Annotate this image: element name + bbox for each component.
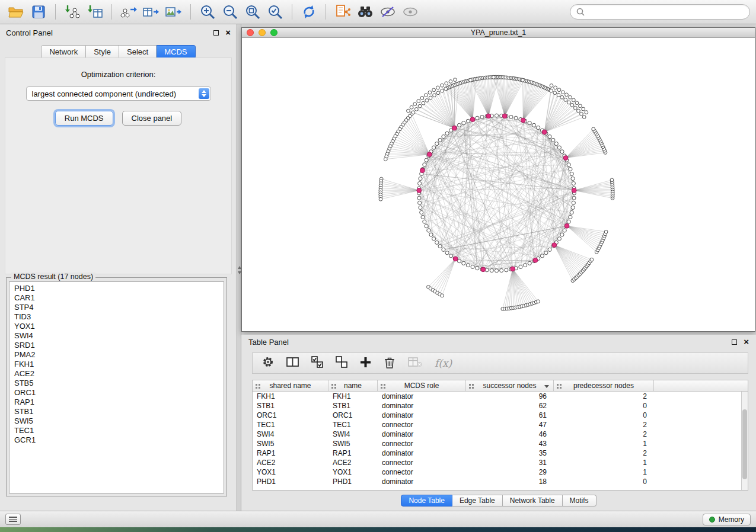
table-cell[interactable]: dominator bbox=[378, 477, 466, 486]
network-ring-node[interactable] bbox=[435, 142, 439, 145]
network-leaf-node[interactable] bbox=[417, 100, 420, 103]
network-ring-node[interactable] bbox=[457, 259, 461, 263]
network-ring-node[interactable] bbox=[466, 119, 470, 123]
network-ring-node[interactable] bbox=[514, 116, 518, 120]
mcds-result-item[interactable]: STB1 bbox=[14, 407, 224, 416]
table-cell[interactable]: 96 bbox=[466, 392, 554, 401]
network-mcds-node[interactable] bbox=[563, 156, 568, 161]
table-row[interactable]: YOX1YOX1connector291 bbox=[253, 467, 748, 477]
table-cell[interactable]: ORC1 bbox=[328, 411, 378, 420]
network-ring-node[interactable] bbox=[466, 264, 470, 267]
network-ring-node[interactable] bbox=[445, 251, 449, 255]
network-ring-node[interactable] bbox=[544, 251, 548, 255]
network-leaf-node[interactable] bbox=[565, 93, 569, 97]
table-cell[interactable]: 61 bbox=[466, 411, 554, 420]
network-mcds-node[interactable] bbox=[552, 243, 557, 248]
network-leaf-node[interactable] bbox=[492, 75, 496, 79]
network-ring-node[interactable] bbox=[567, 163, 570, 166]
network-leaf-node[interactable] bbox=[469, 78, 473, 82]
search-input[interactable] bbox=[588, 7, 744, 17]
network-ring-node[interactable] bbox=[421, 215, 425, 219]
network-leaf-node[interactable] bbox=[580, 112, 583, 116]
network-leaf-node[interactable] bbox=[428, 91, 432, 94]
network-leaf-node[interactable] bbox=[418, 104, 422, 108]
network-ring-node[interactable] bbox=[524, 264, 527, 267]
table-cell[interactable]: 35 bbox=[466, 448, 554, 458]
table-cell[interactable]: ACE2 bbox=[253, 458, 328, 467]
network-ring-node[interactable] bbox=[429, 233, 433, 236]
import-network-icon[interactable] bbox=[62, 2, 82, 21]
close-panel-icon[interactable]: × bbox=[225, 30, 231, 36]
select-all-rows-icon[interactable] bbox=[311, 356, 323, 370]
network-mcds-node[interactable] bbox=[521, 118, 525, 123]
mcds-result-item[interactable]: SWI5 bbox=[14, 416, 224, 426]
table-cell[interactable]: YOX1 bbox=[328, 467, 378, 477]
table-cell[interactable]: 2 bbox=[554, 420, 654, 430]
network-leaf-node[interactable] bbox=[553, 91, 557, 95]
zoom-selected-icon[interactable] bbox=[265, 2, 285, 21]
network-leaf-node[interactable] bbox=[585, 111, 588, 114]
network-ring-node[interactable] bbox=[560, 233, 564, 236]
delete-rows-icon[interactable] bbox=[384, 356, 395, 371]
network-mcds-node[interactable] bbox=[486, 114, 491, 118]
table-cell[interactable]: SWI4 bbox=[253, 430, 328, 439]
network-leaf-node[interactable] bbox=[557, 88, 561, 92]
network-leaf-node[interactable] bbox=[592, 127, 595, 131]
tab-select[interactable]: Select bbox=[119, 45, 157, 59]
table-cell[interactable]: 2 bbox=[554, 392, 654, 401]
network-leaf-node[interactable] bbox=[424, 94, 428, 97]
column-options-icon[interactable] bbox=[331, 384, 333, 386]
network-ring-node[interactable] bbox=[432, 146, 436, 149]
table-cell[interactable]: SWI5 bbox=[253, 439, 328, 448]
column-header-predecessor-nodes[interactable]: predecessor nodes bbox=[554, 380, 654, 391]
network-leaf-node[interactable] bbox=[582, 116, 586, 119]
network-ring-node[interactable] bbox=[551, 138, 555, 142]
network-mcds-node[interactable] bbox=[572, 188, 576, 193]
table-row[interactable]: RAP1RAP1dominator352 bbox=[253, 448, 748, 458]
network-mcds-node[interactable] bbox=[533, 258, 538, 262]
window-zoom-icon[interactable] bbox=[270, 29, 277, 36]
network-leaf-node[interactable] bbox=[384, 158, 387, 161]
mcds-result-item[interactable]: CAR1 bbox=[14, 293, 224, 303]
table-cell[interactable]: connector bbox=[378, 458, 466, 467]
table-cell[interactable]: 1 bbox=[554, 467, 654, 477]
network-mcds-node[interactable] bbox=[470, 117, 475, 122]
refresh-icon[interactable] bbox=[299, 2, 319, 21]
column-options-icon[interactable] bbox=[256, 384, 257, 386]
network-ring-node[interactable] bbox=[425, 225, 428, 228]
network-ring-node[interactable] bbox=[509, 115, 513, 118]
table-row[interactable]: STB1STB1dominator620 bbox=[253, 401, 748, 411]
network-ring-node[interactable] bbox=[490, 268, 493, 272]
column-header-MCDS-role[interactable]: MCDS role bbox=[378, 380, 466, 391]
table-cell[interactable]: connector bbox=[378, 420, 466, 430]
network-ring-node[interactable] bbox=[528, 261, 531, 265]
network-ring-node[interactable] bbox=[435, 241, 439, 244]
network-mcds-node[interactable] bbox=[564, 223, 569, 228]
network-ring-node[interactable] bbox=[571, 206, 575, 209]
network-ring-node[interactable] bbox=[476, 267, 479, 270]
network-ring-node[interactable] bbox=[432, 237, 436, 241]
network-ring-node[interactable] bbox=[418, 201, 422, 204]
network-ring-node[interactable] bbox=[570, 172, 573, 175]
save-session-icon[interactable] bbox=[28, 2, 49, 21]
network-ring-node[interactable] bbox=[495, 269, 498, 273]
network-ring-node[interactable] bbox=[570, 210, 573, 214]
network-leaf-node[interactable] bbox=[449, 80, 452, 84]
network-ring-node[interactable] bbox=[563, 229, 566, 232]
network-canvas[interactable] bbox=[242, 38, 755, 331]
tab-style[interactable]: Style bbox=[86, 45, 119, 59]
network-ring-node[interactable] bbox=[419, 206, 422, 209]
window-minimize-icon[interactable] bbox=[259, 29, 266, 36]
mcds-result-item[interactable]: SRD1 bbox=[14, 341, 224, 350]
scrollbar-thumb[interactable] bbox=[742, 409, 747, 479]
network-ring-node[interactable] bbox=[495, 114, 498, 117]
table-cell[interactable]: STB1 bbox=[253, 401, 328, 411]
mcds-result-list[interactable]: PHD1CAR1STP4TID3YOX1SWI4SRD1PMA2FKH1ACE2… bbox=[9, 281, 224, 493]
table-row[interactable]: FKH1FKH1dominator962 bbox=[253, 392, 748, 401]
network-ring-node[interactable] bbox=[560, 150, 564, 153]
network-ring-node[interactable] bbox=[425, 158, 428, 162]
table-row[interactable]: ORC1ORC1dominator610 bbox=[253, 411, 748, 420]
zoom-fit-icon[interactable] bbox=[243, 2, 263, 21]
network-ring-node[interactable] bbox=[557, 146, 561, 149]
table-cell[interactable]: RAP1 bbox=[253, 448, 328, 458]
